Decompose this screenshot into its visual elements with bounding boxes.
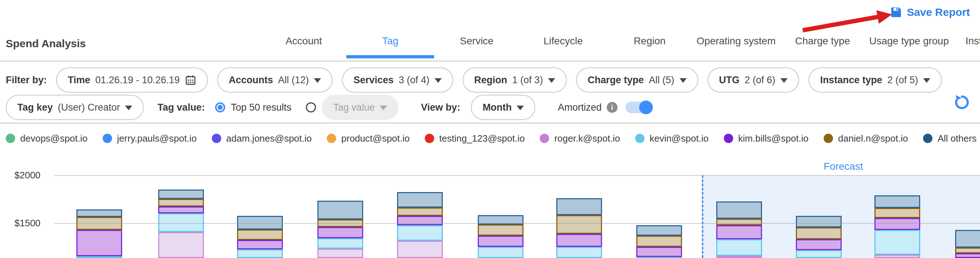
services-filter-label: Services — [353, 75, 393, 86]
spend-chart: Forecast $2000$1500 — [0, 151, 980, 258]
bar-segment-all_others — [397, 192, 443, 207]
chevron-down-icon — [314, 78, 321, 83]
bar-segment-kim — [875, 218, 920, 230]
radio-top50[interactable] — [215, 102, 225, 112]
legend-label: devops@spot.io — [20, 133, 88, 144]
tag-value-label: Tag value: — [158, 102, 205, 113]
save-report-button[interactable]: Save Report — [889, 6, 970, 19]
bar-segment-kim — [556, 234, 602, 247]
bar-segment-roger — [158, 232, 204, 258]
instance-type-filter-value: 2 (of 5) — [888, 75, 918, 86]
bar-segment-kim — [76, 230, 122, 256]
chevron-down-icon — [434, 78, 442, 83]
bar-segment-daniel — [158, 199, 204, 207]
time-filter-pill[interactable]: Time01.26.19 - 10.26.19 — [56, 67, 208, 92]
accounts-filter-pill[interactable]: AccountsAll (12) — [217, 67, 333, 92]
legend-item-jerry-pauls-spot-io[interactable]: jerry.pauls@spot.io — [103, 133, 197, 144]
bar-segment-all_others — [158, 190, 204, 199]
bar-segment-daniel — [716, 219, 762, 225]
tab-account[interactable]: Account — [261, 35, 347, 47]
tab-tag[interactable]: Tag — [347, 35, 433, 47]
legend-label: jerry.pauls@spot.io — [117, 133, 197, 144]
bar-segment-daniel — [237, 229, 283, 240]
legend-item-kim-bills-spot-io[interactable]: kim.bills@spot.io — [724, 133, 808, 144]
charge-type-filter-pill[interactable]: Charge typeAll (5) — [576, 67, 698, 92]
bar-segment-all_others — [716, 201, 762, 219]
services-filter-pill[interactable]: Services3 (of 4) — [342, 67, 453, 92]
filter-by-label: Filter by: — [6, 75, 47, 86]
bar-segment-kevin — [796, 250, 842, 258]
tag-filter-bar: Tag key (User) Creator Tag value: Top 50… — [6, 96, 652, 119]
tag-value-dropdown-disabled: Tag value — [322, 95, 399, 120]
region-filter-value: 1 (of 3) — [512, 75, 543, 86]
tab-instance-type[interactable]: Instance type — [952, 35, 980, 47]
legend-item-devops-spot-io[interactable]: devops@spot.io — [6, 133, 88, 144]
bar-segment-kevin — [76, 256, 122, 258]
chevron-down-icon — [125, 105, 132, 110]
amortized-toggle[interactable] — [625, 102, 652, 113]
bar-segment-kevin — [478, 247, 523, 258]
legend-item-kevin-spot-io[interactable]: kevin@spot.io — [635, 133, 709, 144]
chevron-down-icon — [380, 105, 387, 110]
reset-icon[interactable] — [953, 93, 971, 112]
tab-usage-type-group[interactable]: Usage type group — [866, 35, 952, 47]
active-tab-underline — [346, 55, 434, 58]
time-filter-value: 01.26.19 - 10.26.19 — [95, 75, 180, 86]
services-filter-value: 3 (of 4) — [398, 75, 430, 86]
charge-type-filter-label: Charge type — [588, 75, 644, 86]
save-icon — [889, 6, 902, 19]
legend-item-testing-123-spot-io[interactable]: testing_123@spot.io — [425, 133, 525, 144]
legend-dot — [327, 134, 336, 143]
save-report-label: Save Report — [907, 6, 970, 18]
bar-segment-kevin — [716, 239, 762, 256]
bar-segment-kim — [955, 253, 980, 258]
tag-value-pill-text: Tag value — [333, 102, 375, 113]
legend-item-daniel-n-spot-io[interactable]: daniel.n@spot.io — [824, 133, 908, 144]
bar-segment-kevin — [875, 230, 920, 255]
accounts-filter-label: Accounts — [229, 75, 273, 86]
instance-type-filter-pill[interactable]: Instance type2 (of 5) — [808, 67, 942, 92]
chart-legend: devops@spot.iojerry.pauls@spot.ioadam.jo… — [6, 130, 980, 147]
view-by-dropdown[interactable]: Month — [471, 95, 535, 120]
bar-segment-all_others — [76, 209, 122, 217]
accounts-filter-value: All (12) — [278, 75, 309, 86]
tab-region[interactable]: Region — [606, 35, 693, 47]
chevron-down-icon — [517, 105, 524, 110]
tag-key-dropdown[interactable]: Tag key (User) Creator — [6, 95, 144, 120]
chevron-down-icon — [679, 78, 687, 83]
tab-lifecycle[interactable]: Lifecycle — [520, 35, 606, 47]
y-axis-tick-1500: $1500 — [14, 218, 51, 229]
amortized-label: Amortized — [558, 102, 602, 113]
legend-dot — [724, 134, 733, 143]
bar-segment-all_others — [796, 216, 842, 228]
bar-segment-kevin — [237, 249, 283, 258]
legend-label: kevin@spot.io — [650, 133, 709, 144]
tab-operating-system[interactable]: Operating system — [693, 35, 779, 47]
tab-service[interactable]: Service — [433, 35, 520, 47]
legend-item-all-others[interactable]: All others — [923, 133, 977, 144]
bar-segment-daniel — [875, 208, 920, 218]
gridline-2000 — [54, 175, 980, 176]
charge-type-filter-value: All (5) — [649, 75, 675, 86]
legend-label: testing_123@spot.io — [439, 133, 525, 144]
page-title: Spend Analysis — [6, 37, 86, 50]
info-icon[interactable] — [607, 102, 617, 113]
utg-filter-value: 2 (of 6) — [745, 75, 776, 86]
radio-tag-value[interactable] — [306, 102, 316, 112]
region-filter-pill[interactable]: Region1 (of 3) — [463, 67, 567, 92]
bar-segment-roger — [317, 248, 363, 258]
tab-charge-type[interactable]: Charge type — [779, 35, 866, 47]
utg-filter-pill[interactable]: UTG2 (of 6) — [708, 67, 800, 92]
bar-segment-roger — [716, 256, 762, 258]
legend-dot — [824, 134, 833, 143]
legend-item-adam-jones-spot-io[interactable]: adam.jones@spot.io — [212, 133, 312, 144]
legend-label: roger.k@spot.io — [554, 133, 620, 144]
legend-item-roger-k-spot-io[interactable]: roger.k@spot.io — [540, 133, 620, 144]
legend-label: adam.jones@spot.io — [226, 133, 312, 144]
bar-segment-all_others — [636, 225, 682, 236]
bar-segment-kevin — [317, 238, 363, 248]
chevron-down-icon — [780, 78, 788, 83]
instance-type-filter-label: Instance type — [820, 75, 882, 86]
bar-segment-kim — [636, 247, 682, 257]
legend-item-product-spot-io[interactable]: product@spot.io — [327, 133, 410, 144]
